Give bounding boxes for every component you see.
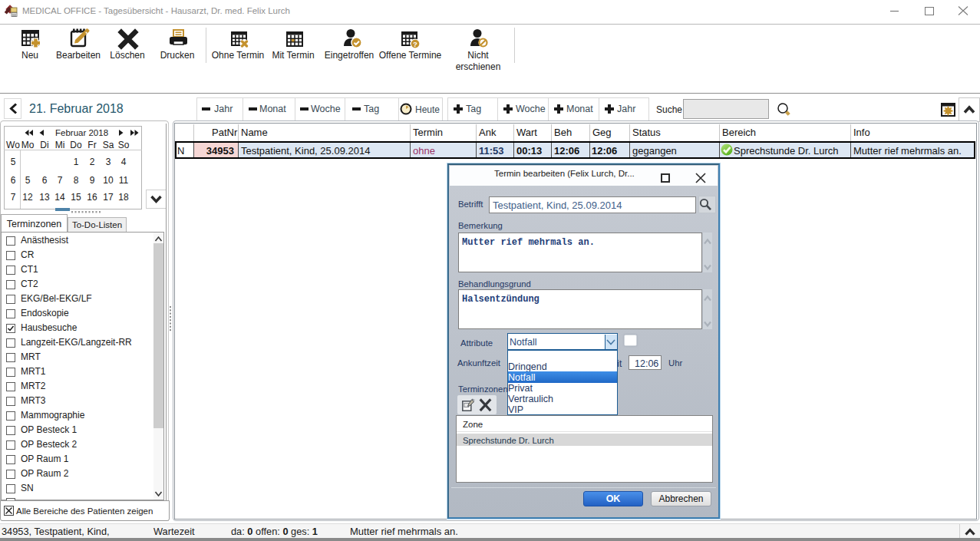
svg-text:?: ? (413, 40, 417, 48)
